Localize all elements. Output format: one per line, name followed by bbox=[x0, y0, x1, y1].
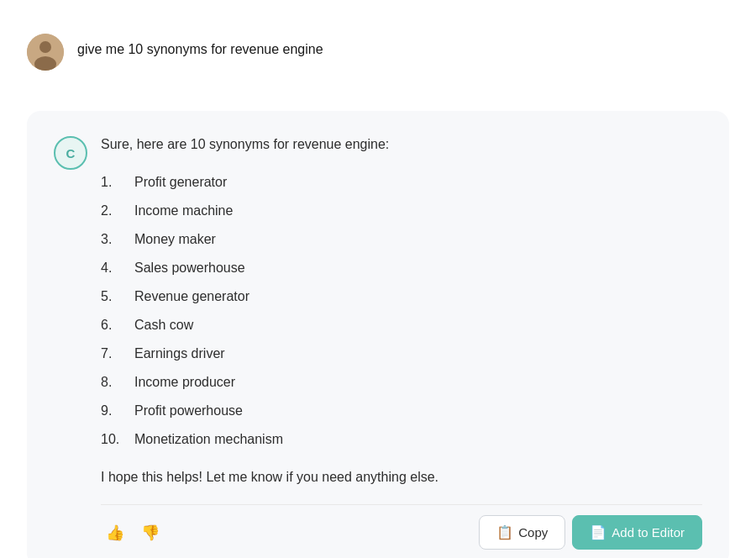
list-number: 3. bbox=[101, 229, 128, 250]
user-query-text: give me 10 synonyms for revenue engine bbox=[77, 34, 323, 57]
thumbs-down-icon: 👎 bbox=[141, 524, 160, 542]
editor-label: Add to Editor bbox=[612, 525, 685, 540]
thumbs-down-button[interactable]: 👎 bbox=[136, 520, 165, 545]
list-number: 4. bbox=[101, 258, 128, 278]
copy-icon: 📋 bbox=[496, 524, 513, 540]
list-item: 4.Sales powerhouse bbox=[101, 254, 702, 282]
list-item-text: Income producer bbox=[134, 372, 235, 392]
list-item-text: Sales powerhouse bbox=[134, 258, 245, 278]
ai-content: Sure, here are 10 synonyms for revenue e… bbox=[101, 134, 702, 550]
list-number: 5. bbox=[101, 287, 128, 307]
list-number: 2. bbox=[101, 201, 128, 221]
list-item-text: Money maker bbox=[134, 229, 216, 250]
list-number: 10. bbox=[101, 429, 128, 450]
list-item-text: Monetization mechanism bbox=[134, 429, 283, 450]
list-item: 5.Revenue generator bbox=[101, 282, 702, 311]
list-item: 6.Cash cow bbox=[101, 311, 702, 340]
list-item-text: Profit generator bbox=[134, 172, 227, 192]
list-item-text: Profit powerhouse bbox=[134, 401, 243, 421]
copy-label: Copy bbox=[518, 525, 548, 540]
list-number: 9. bbox=[101, 401, 128, 421]
ai-message-card: C Sure, here are 10 synonyms for revenue… bbox=[27, 111, 729, 558]
user-message: give me 10 synonyms for revenue engine bbox=[27, 20, 729, 84]
list-number: 1. bbox=[101, 172, 128, 192]
list-item-text: Revenue generator bbox=[134, 287, 249, 307]
copy-button[interactable]: 📋 Copy bbox=[479, 515, 565, 550]
list-item-text: Earnings driver bbox=[134, 344, 225, 364]
list-item: 9.Profit powerhouse bbox=[101, 397, 702, 425]
list-number: 8. bbox=[101, 372, 128, 392]
list-item: 7.Earnings driver bbox=[101, 340, 702, 368]
list-number: 6. bbox=[101, 315, 128, 335]
ai-message-inner: C Sure, here are 10 synonyms for revenue… bbox=[54, 134, 702, 550]
thumbs-up-icon: 👍 bbox=[106, 524, 124, 542]
ai-intro-text: Sure, here are 10 synonyms for revenue e… bbox=[101, 134, 702, 155]
synonyms-list: 1.Profit generator2.Income machine3.Mone… bbox=[101, 168, 702, 454]
ai-footer-text: I hope this helps! Let me know if you ne… bbox=[101, 467, 702, 487]
svg-point-1 bbox=[39, 41, 51, 53]
thumbs-up-button[interactable]: 👍 bbox=[101, 520, 129, 545]
action-buttons: 📋 Copy 📄 Add to Editor bbox=[479, 515, 702, 550]
editor-icon: 📄 bbox=[590, 524, 606, 540]
ai-avatar: C bbox=[54, 136, 87, 170]
list-item: 2.Income machine bbox=[101, 197, 702, 225]
list-item: 1.Profit generator bbox=[101, 168, 702, 197]
chat-container: give me 10 synonyms for revenue engine C… bbox=[0, 0, 756, 558]
list-item-text: Income machine bbox=[134, 201, 233, 221]
list-number: 7. bbox=[101, 344, 128, 364]
user-avatar bbox=[27, 34, 64, 71]
list-item-text: Cash cow bbox=[134, 315, 193, 335]
list-item: 10.Monetization mechanism bbox=[101, 425, 702, 454]
list-item: 3.Money maker bbox=[101, 225, 702, 254]
add-to-editor-button[interactable]: 📄 Add to Editor bbox=[572, 515, 702, 550]
action-bar: 👍 👎 📋 Copy 📄 Add to Editor bbox=[101, 504, 702, 550]
feedback-buttons: 👍 👎 bbox=[101, 520, 165, 545]
list-item: 8.Income producer bbox=[101, 368, 702, 397]
